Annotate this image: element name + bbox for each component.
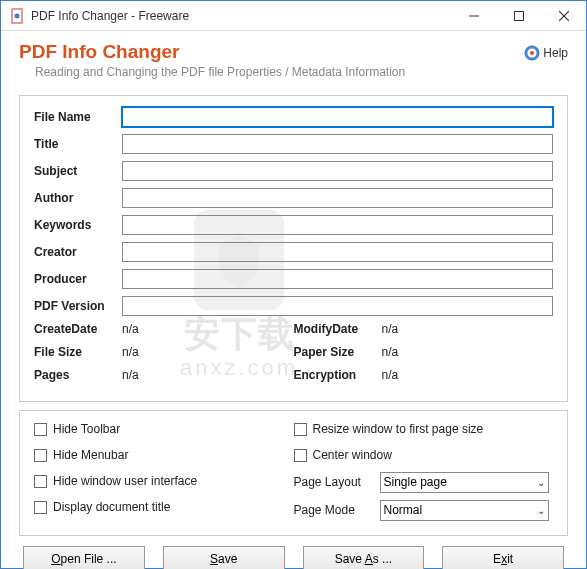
title-input[interactable] — [122, 134, 553, 154]
encryption-label: Encryption — [294, 368, 382, 386]
pdfversion-input[interactable] — [122, 296, 553, 316]
app-title: PDF Info Changer — [19, 41, 524, 63]
app-icon — [9, 8, 25, 24]
creator-label: Creator — [34, 245, 122, 259]
pdfversion-label: PDF Version — [34, 299, 122, 313]
exit-button[interactable]: Exit — [442, 546, 564, 569]
window-title: PDF Info Changer - Freeware — [31, 9, 451, 23]
resize-window-checkbox[interactable] — [294, 423, 307, 436]
resize-window-label: Resize window to first page size — [313, 422, 484, 436]
chevron-down-icon: ⌄ — [537, 477, 545, 488]
hide-window-ui-label: Hide window user interface — [53, 474, 197, 488]
chevron-down-icon: ⌄ — [537, 505, 545, 516]
createdate-label: CreateDate — [34, 322, 122, 340]
filesize-value: n/a — [122, 345, 139, 363]
modifydate-label: ModifyDate — [294, 322, 382, 340]
info-grid: CreateDaten/a File Sizen/a Pagesn/a Modi… — [34, 322, 553, 391]
minimize-button[interactable] — [451, 1, 496, 30]
papersize-label: Paper Size — [294, 345, 382, 363]
author-input[interactable] — [122, 188, 553, 208]
keywords-input[interactable] — [122, 215, 553, 235]
creator-input[interactable] — [122, 242, 553, 262]
filename-label: File Name — [34, 110, 122, 124]
papersize-value: n/a — [382, 345, 399, 363]
display-doc-title-checkbox[interactable] — [34, 501, 47, 514]
page-mode-label: Page Mode — [294, 503, 380, 517]
pages-label: Pages — [34, 368, 122, 386]
svg-point-8 — [530, 51, 534, 55]
help-link[interactable]: Help — [524, 45, 568, 61]
content-area: PDF Info Changer Reading and Changing th… — [1, 31, 586, 569]
app-subtitle: Reading and Changing the PDF file Proper… — [35, 65, 524, 79]
producer-label: Producer — [34, 272, 122, 286]
author-label: Author — [34, 191, 122, 205]
display-doc-title-label: Display document title — [53, 500, 170, 514]
hide-toolbar-checkbox[interactable] — [34, 423, 47, 436]
header: PDF Info Changer Reading and Changing th… — [19, 41, 568, 79]
app-window: PDF Info Changer - Freeware PDF Info Cha… — [0, 0, 587, 569]
page-layout-select[interactable]: Single page⌄ — [380, 472, 550, 493]
encryption-value: n/a — [382, 368, 399, 386]
save-as-button[interactable]: Save As ... — [303, 546, 425, 569]
svg-point-1 — [15, 13, 20, 18]
properties-panel: File Name Title Subject Author Keywords … — [19, 95, 568, 402]
filename-input[interactable] — [122, 107, 553, 127]
svg-rect-3 — [514, 11, 523, 20]
subject-label: Subject — [34, 164, 122, 178]
save-button[interactable]: Save — [163, 546, 285, 569]
close-button[interactable] — [541, 1, 586, 30]
subject-input[interactable] — [122, 161, 553, 181]
keywords-label: Keywords — [34, 218, 122, 232]
producer-input[interactable] — [122, 269, 553, 289]
center-window-label: Center window — [313, 448, 392, 462]
help-label: Help — [543, 46, 568, 60]
open-file-button[interactable]: Open File ... — [23, 546, 145, 569]
hide-menubar-checkbox[interactable] — [34, 449, 47, 462]
modifydate-value: n/a — [382, 322, 399, 340]
options-panel: Hide Toolbar Hide Menubar Hide window us… — [19, 410, 568, 536]
hide-toolbar-label: Hide Toolbar — [53, 422, 120, 436]
maximize-button[interactable] — [496, 1, 541, 30]
title-label: Title — [34, 137, 122, 151]
hide-menubar-label: Hide Menubar — [53, 448, 128, 462]
page-mode-select[interactable]: Normal⌄ — [380, 500, 550, 521]
center-window-checkbox[interactable] — [294, 449, 307, 462]
button-row: Open File ... Save Save As ... Exit — [19, 546, 568, 569]
pages-value: n/a — [122, 368, 139, 386]
createdate-value: n/a — [122, 322, 139, 340]
page-layout-label: Page Layout — [294, 475, 380, 489]
filesize-label: File Size — [34, 345, 122, 363]
hide-window-ui-checkbox[interactable] — [34, 475, 47, 488]
titlebar: PDF Info Changer - Freeware — [1, 1, 586, 31]
help-icon — [524, 45, 540, 61]
